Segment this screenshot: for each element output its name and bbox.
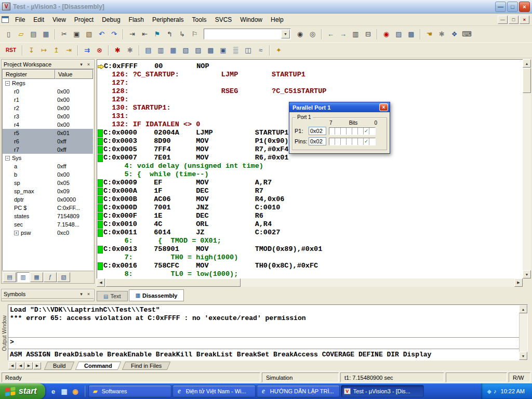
taskbar-task-uvision[interactable]: VTest - µVision3 - [Dis... xyxy=(341,385,424,397)
disassembly-line[interactable]: 127: xyxy=(97,79,523,87)
bit-6-checkbox[interactable] xyxy=(335,138,341,145)
go-icon[interactable]: ⇉ xyxy=(81,45,93,56)
scroll-left-icon[interactable]: ◀ xyxy=(97,278,105,287)
register-row-a[interactable]: a0xff xyxy=(3,162,93,170)
port-value-field[interactable]: 0x02 xyxy=(309,127,326,135)
disassembly-line[interactable]: C:0x0013 758901 MOV TMOD(0x89),#0x01 xyxy=(97,245,523,254)
save-icon[interactable]: ▤ xyxy=(28,29,39,40)
disassembly-line[interactable]: C:0x0011 6014 JZ C:0027 xyxy=(97,229,523,237)
parallel-port-dialog[interactable]: Parallel Port 1 × Port 1 7 Bits 0 P1:0x0… xyxy=(289,102,390,154)
tab-scroll-icon-0[interactable]: ◀ xyxy=(8,362,16,369)
output-scrollbar[interactable]: ▲ ▼ xyxy=(519,305,527,360)
bit-0-checkbox[interactable] xyxy=(369,128,375,135)
bit-5-checkbox[interactable] xyxy=(341,138,347,145)
save-all-icon[interactable]: ▦ xyxy=(40,29,52,40)
run-to-cursor-icon[interactable]: ⇥ xyxy=(63,45,75,56)
disassembly-line[interactable]: C:0x0009 EF MOV A,R7 xyxy=(97,179,523,187)
bit-4-checkbox[interactable] xyxy=(347,138,352,145)
step-over-icon[interactable]: ↦ xyxy=(38,45,50,56)
registers-tab-icon[interactable]: ▥ xyxy=(17,272,30,282)
volume-tray-icon[interactable]: ♪ xyxy=(494,388,497,395)
register-row-r1[interactable]: r10x00 xyxy=(3,96,93,104)
bit-7-checkbox[interactable] xyxy=(329,138,335,145)
open-file-icon[interactable]: ▱ xyxy=(15,29,27,40)
taskbar-task-folder[interactable]: ▰Softwares xyxy=(88,385,171,397)
output-tab-build[interactable]: Build xyxy=(44,362,75,370)
debug-session-icon[interactable]: ◉ xyxy=(380,29,392,40)
performance-analyzer-icon[interactable]: ◫ xyxy=(242,45,254,56)
taskbar-task-ie[interactable]: eĐiện tử Việt Nam - Wi... xyxy=(172,385,256,397)
menu-flash[interactable]: Flash xyxy=(125,15,148,25)
find-text-combobox[interactable]: ▼ xyxy=(204,29,291,39)
disassembly-line[interactable]: C:0x000D 7001 JNZ C:0010 xyxy=(97,204,523,212)
show-desktop-icon[interactable]: ▦ xyxy=(60,387,69,396)
tab-scroll-icon-2[interactable]: ▶ xyxy=(25,362,33,369)
symbols-menu-icon[interactable]: ▾ xyxy=(78,291,85,298)
disassembly-line[interactable]: C:0x0010 4C ORL A,R4 xyxy=(97,220,523,229)
scroll-down-icon[interactable]: ▼ xyxy=(523,270,531,278)
register-row-r5[interactable]: r50x01 xyxy=(3,129,93,137)
bit-2-checkbox[interactable] xyxy=(358,138,364,145)
editor-hscrollbar[interactable]: ◀ ▶ xyxy=(97,278,523,287)
disassembly-line[interactable]: 126: ?C_STARTUP: LJMP STARTUP1 xyxy=(97,71,523,79)
register-row-r4[interactable]: r40x00 xyxy=(3,121,93,129)
column-value[interactable]: Value xyxy=(55,70,93,79)
bit-1-checkbox[interactable]: ✓ xyxy=(364,138,369,145)
disassembly-line[interactable]: C:0x000F 1E DEC R6 xyxy=(97,212,523,220)
disassembly-line[interactable]: C:0xFFFF 00 NOP xyxy=(97,62,523,71)
find-in-files-icon[interactable]: ◎ xyxy=(307,29,318,40)
register-row-r0[interactable]: r00x00 xyxy=(3,87,93,96)
bit-4-checkbox[interactable] xyxy=(347,128,352,135)
menu-edit[interactable]: Edit xyxy=(29,15,48,25)
register-row-b[interactable]: b0x00 xyxy=(3,170,93,179)
functions-tab-icon[interactable]: ƒ xyxy=(44,272,57,282)
register-row-sec[interactable]: sec7.1548... xyxy=(3,220,93,229)
register-row-r3[interactable]: r30x00 xyxy=(3,112,93,121)
close-button[interactable]: × xyxy=(519,2,530,12)
reset-cpu-button[interactable]: RST xyxy=(3,45,19,56)
restore-button[interactable]: □ xyxy=(507,2,518,12)
print-icon[interactable]: ⊟ xyxy=(362,29,374,40)
menu-peripherals[interactable]: Peripherals xyxy=(148,15,188,25)
new-file-icon[interactable]: ▯ xyxy=(3,29,15,40)
output-scroll-down-icon[interactable]: ▼ xyxy=(519,352,527,360)
menu-help[interactable]: Help xyxy=(267,15,288,25)
memory-window-icon[interactable]: ▨ xyxy=(192,45,204,56)
child-close-button[interactable]: × xyxy=(520,16,529,24)
command-prompt[interactable]: > xyxy=(10,338,14,347)
view-trace-icon[interactable]: ▩ xyxy=(405,29,417,40)
menu-tools[interactable]: Tools xyxy=(188,15,211,25)
disassembly-line[interactable]: C:0x000B AC06 MOV R4,0x06 xyxy=(97,195,523,204)
register-row-regs[interactable]: −Regs xyxy=(3,79,93,87)
watch-window-icon[interactable]: ▩ xyxy=(205,45,217,56)
bit-1-checkbox[interactable]: ✓ xyxy=(364,128,369,135)
paste-icon[interactable]: ▧ xyxy=(83,29,95,40)
bookmark-prev-icon[interactable]: ↰ xyxy=(164,29,176,40)
disassembly-line[interactable]: 7: TH0 = high(1000) xyxy=(97,254,523,262)
taskbar-task-ie[interactable]: eHƯỚNG DẪN LẬP TRÌ... xyxy=(257,385,340,397)
child-restore-button[interactable]: □ xyxy=(509,16,518,24)
editor-tab-text[interactable]: ▤Text xyxy=(97,291,128,301)
disassembly-line[interactable]: C:0x000A 1F DEC R7 xyxy=(97,187,523,195)
disassembly-line[interactable]: 8: TL0 = low(1000); xyxy=(97,270,523,278)
symbols-close-icon[interactable]: × xyxy=(85,291,92,298)
workspace-close-icon[interactable]: × xyxy=(85,61,92,68)
disassembly-line[interactable]: C:0x0016 758CFC MOV TH0(0x8C),#0xFC xyxy=(97,262,523,270)
disassembly-view[interactable]: C:0xFFFF 00 NOP 126: ?C_STARTUP: LJMP ST… xyxy=(97,59,523,278)
menu-view[interactable]: View xyxy=(48,15,70,25)
collapse-icon[interactable]: − xyxy=(5,81,10,86)
menu-project[interactable]: Project xyxy=(70,15,98,25)
books-tab-icon[interactable]: ▦ xyxy=(30,272,43,282)
keyboard-icon[interactable]: ⌨ xyxy=(461,29,473,40)
collapse-icon[interactable]: − xyxy=(5,156,10,161)
symbol-window-icon[interactable]: ▦ xyxy=(167,45,179,56)
firefox-icon[interactable]: ◉ xyxy=(71,387,80,396)
dialog-close-button[interactable]: × xyxy=(379,103,388,111)
disassembly-window-icon[interactable]: ▥ xyxy=(155,45,167,56)
menu-svcs[interactable]: SVCS xyxy=(211,15,236,25)
breakpoint-disable-icon[interactable]: ✱ xyxy=(124,45,136,56)
disassembly-line[interactable]: C:0x0007 7E01 MOV R6,#0x01 xyxy=(97,154,523,162)
forward-icon[interactable]: → xyxy=(337,29,349,40)
bit-0-checkbox[interactable] xyxy=(369,138,375,145)
bit-2-checkbox[interactable] xyxy=(358,128,364,135)
